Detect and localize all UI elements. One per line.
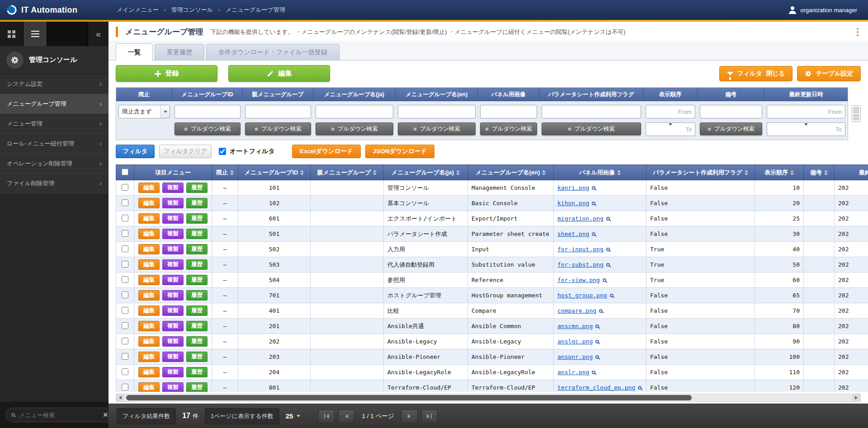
edit-row-button[interactable]: 編集 bbox=[138, 382, 160, 392]
row-checkbox[interactable] bbox=[122, 307, 128, 314]
copy-row-button[interactable]: 複製 bbox=[162, 213, 184, 224]
select-all-checkbox[interactable] bbox=[122, 169, 128, 175]
edit-row-button[interactable]: 編集 bbox=[138, 275, 160, 285]
history-row-button[interactable]: 履歴 bbox=[186, 290, 208, 301]
history-row-button[interactable]: 履歴 bbox=[186, 321, 208, 331]
copy-row-button[interactable]: 複製 bbox=[162, 290, 184, 301]
auto-filter-checkbox[interactable] bbox=[219, 148, 226, 155]
row-checkbox[interactable] bbox=[122, 353, 128, 360]
panel-image-link[interactable]: migration.png bbox=[557, 215, 604, 222]
panel-image-link[interactable]: host_group.png bbox=[557, 292, 607, 299]
filter-text-input[interactable] bbox=[245, 105, 311, 118]
sort-icon[interactable] bbox=[456, 170, 460, 175]
sort-icon[interactable] bbox=[542, 170, 546, 175]
history-row-button[interactable]: 履歴 bbox=[186, 183, 208, 193]
panel-image-link[interactable]: for-subst.png bbox=[557, 261, 604, 268]
panel-image-link[interactable]: anslr.png bbox=[557, 369, 589, 376]
sidebar-item[interactable]: メニュー管理› bbox=[0, 114, 108, 134]
row-checkbox[interactable] bbox=[122, 199, 128, 206]
column-header[interactable]: パラメータシート作成利用フラグ bbox=[646, 165, 755, 180]
column-header[interactable]: 廃止 bbox=[212, 165, 238, 180]
magnifier-icon[interactable] bbox=[606, 263, 610, 267]
copy-row-button[interactable]: 複製 bbox=[162, 382, 184, 392]
edit-row-button[interactable]: 編集 bbox=[138, 259, 160, 270]
breadcrumb-item[interactable]: 管理コンソール bbox=[171, 6, 213, 14]
json-download-button[interactable]: JSONダウンロード bbox=[365, 145, 434, 158]
sort-icon[interactable] bbox=[824, 170, 828, 175]
history-row-button[interactable]: 履歴 bbox=[186, 275, 208, 285]
edit-row-button[interactable]: 編集 bbox=[138, 213, 160, 224]
panel-image-link[interactable]: sheet.png bbox=[557, 230, 589, 237]
filter-text-input[interactable] bbox=[480, 105, 537, 118]
sidebar-item[interactable]: システム設定› bbox=[0, 74, 108, 94]
page-size-select[interactable]: 25 bbox=[286, 412, 301, 420]
copy-row-button[interactable]: 複製 bbox=[162, 275, 184, 285]
filter-apply-button[interactable]: フィルタ bbox=[116, 145, 155, 158]
column-header[interactable]: 親メニューグループ bbox=[311, 165, 384, 180]
sort-icon[interactable] bbox=[300, 170, 304, 175]
copy-row-button[interactable]: 複製 bbox=[162, 352, 184, 362]
filter-text-input[interactable] bbox=[175, 105, 241, 118]
scroll-left-arrow-icon[interactable] bbox=[116, 394, 124, 401]
history-row-button[interactable]: 履歴 bbox=[186, 352, 208, 362]
filter-text-input[interactable] bbox=[316, 105, 393, 118]
panel-image-link[interactable]: anslgc.png bbox=[557, 338, 593, 345]
filter-toggle-button[interactable]: フィルタ 閉じる bbox=[719, 66, 793, 81]
history-row-button[interactable]: 履歴 bbox=[186, 367, 208, 377]
tab[interactable]: 全件ダウンロード・ファイル一括登録 bbox=[206, 44, 340, 60]
excel-download-button[interactable]: Excelダウンロード bbox=[292, 145, 361, 158]
sidebar-tab-list[interactable] bbox=[24, 22, 47, 46]
filter-text-input[interactable] bbox=[398, 105, 476, 118]
copy-row-button[interactable]: 複製 bbox=[162, 244, 184, 254]
magnifier-icon[interactable] bbox=[592, 186, 595, 190]
sort-icon[interactable] bbox=[745, 170, 748, 175]
breadcrumb-item[interactable]: メインメニュー bbox=[117, 6, 159, 14]
panel-image-link[interactable]: kihon.png bbox=[557, 200, 589, 207]
sidebar-item[interactable]: オペレーション削除管理› bbox=[0, 154, 108, 174]
row-checkbox[interactable] bbox=[122, 276, 128, 283]
history-row-button[interactable]: 履歴 bbox=[186, 213, 208, 224]
menu-search-input[interactable] bbox=[19, 412, 99, 419]
sidebar-item[interactable]: ファイル削除管理› bbox=[0, 174, 108, 193]
tab[interactable]: 一覧 bbox=[116, 43, 153, 61]
edit-row-button[interactable]: 編集 bbox=[138, 367, 160, 377]
pulldown-search-button[interactable]: ≡プルダウン検索 bbox=[542, 122, 641, 135]
pulldown-search-button[interactable]: ≡プルダウン検索 bbox=[480, 122, 537, 135]
history-row-button[interactable]: 履歴 bbox=[186, 198, 208, 208]
sort-icon[interactable] bbox=[790, 170, 794, 175]
edit-row-button[interactable]: 編集 bbox=[138, 352, 160, 362]
row-checkbox[interactable] bbox=[122, 245, 128, 252]
magnifier-icon[interactable] bbox=[592, 232, 595, 236]
magnifier-icon[interactable] bbox=[610, 294, 613, 297]
sort-icon[interactable] bbox=[617, 170, 621, 175]
row-checkbox[interactable] bbox=[122, 322, 128, 329]
history-row-button[interactable]: 履歴 bbox=[186, 229, 208, 239]
magnifier-icon[interactable] bbox=[595, 325, 599, 328]
sidebar-item[interactable]: メニューグループ管理› bbox=[0, 94, 108, 114]
register-button[interactable]: 登録 bbox=[116, 65, 217, 82]
magnifier-icon[interactable] bbox=[595, 340, 599, 343]
row-checkbox[interactable] bbox=[122, 215, 128, 221]
column-header[interactable]: 最終更新日時 bbox=[835, 165, 868, 180]
row-checkbox[interactable] bbox=[122, 368, 128, 375]
edit-row-button[interactable]: 編集 bbox=[138, 290, 160, 301]
pulldown-search-button[interactable]: ≡プルダウン検索 bbox=[700, 122, 762, 135]
history-row-button[interactable]: 履歴 bbox=[186, 244, 208, 254]
first-page-button[interactable] bbox=[318, 409, 335, 423]
breadcrumb-item[interactable]: メニューグループ管理 bbox=[226, 6, 285, 14]
clear-search-icon[interactable]: ✕ bbox=[103, 411, 108, 419]
filter-from-input[interactable] bbox=[646, 105, 695, 118]
pulldown-search-button[interactable]: ≡プルダウン検索 bbox=[398, 122, 476, 135]
pulldown-search-button[interactable]: ≡プルダウン検索 bbox=[175, 122, 241, 135]
row-checkbox[interactable] bbox=[122, 230, 128, 237]
column-header[interactable]: メニューグループ名(ja) bbox=[384, 165, 468, 180]
magnifier-icon[interactable] bbox=[592, 202, 595, 205]
copy-row-button[interactable]: 複製 bbox=[162, 198, 184, 208]
sort-icon[interactable] bbox=[373, 170, 377, 175]
pulldown-search-button[interactable]: ≡プルダウン検索 bbox=[245, 122, 311, 135]
row-checkbox[interactable] bbox=[122, 261, 128, 268]
discard-filter-select[interactable]: 廃止含まず bbox=[118, 105, 170, 118]
column-header[interactable]: パネル用画像 bbox=[554, 165, 646, 180]
filter-from-input[interactable] bbox=[767, 105, 845, 118]
sidebar-collapse-button[interactable]: « bbox=[88, 22, 108, 46]
